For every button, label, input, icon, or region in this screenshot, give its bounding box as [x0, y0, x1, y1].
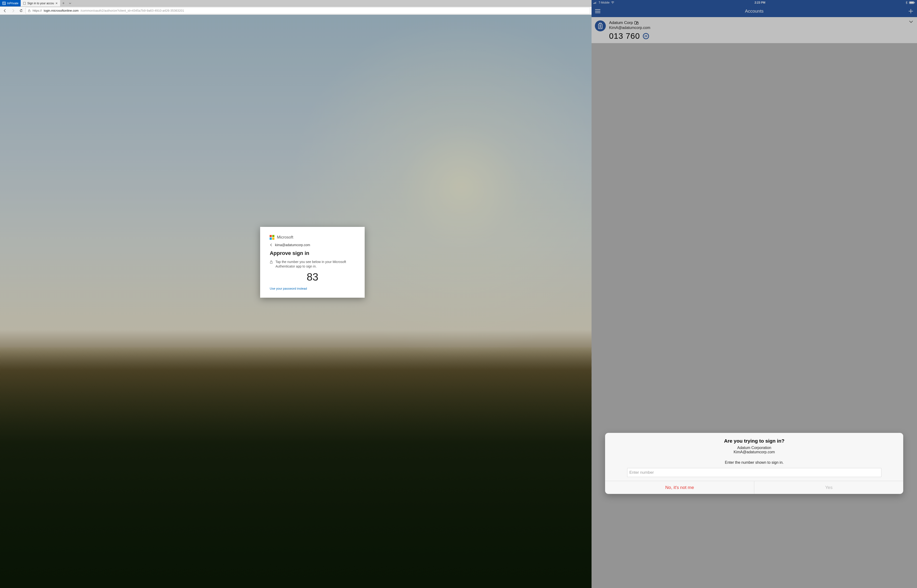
svg-rect-14 — [634, 21, 636, 24]
signal-icon — [593, 2, 597, 4]
signin-alert: Are you trying to sign in? Adatum Corpor… — [605, 433, 903, 494]
desktop-browser-window: InPrivate Sign in to your accou ✕ ＋ h — [0, 0, 591, 588]
alert-org: Adatum Corporation — [610, 446, 898, 450]
brand-name: Microsoft — [277, 235, 293, 240]
account-card[interactable]: Adatum Corp KimA@adatumcorp.com 013 760 … — [591, 17, 917, 43]
padlock-icon — [270, 260, 273, 269]
alert-instruction: Enter the number shown to sign in. — [610, 460, 898, 465]
number-input[interactable] — [627, 468, 881, 477]
account-badge-icon — [595, 21, 606, 31]
alert-title: Are you trying to sign in? — [610, 438, 898, 444]
carrier-label: T-Mobile — [599, 1, 610, 4]
phone-screen: T-Mobile 2:23 PM Accounts — [591, 0, 917, 588]
url-field[interactable]: https://login.microsoftonline.com/common… — [26, 7, 590, 14]
browser-tab[interactable]: Sign in to your accou ✕ — [21, 0, 60, 6]
phone-body — [591, 43, 917, 588]
match-number: 83 — [270, 271, 355, 283]
svg-point-13 — [600, 25, 601, 27]
microsoft-logo-icon — [270, 235, 274, 240]
svg-rect-3 — [270, 262, 273, 263]
account-name: Adatum Corp — [609, 21, 633, 25]
url-path: /common/oauth2/authorize?client_id=4345a… — [81, 9, 184, 12]
svg-rect-1 — [24, 2, 26, 5]
wifi-icon — [611, 2, 614, 4]
svg-rect-10 — [910, 2, 914, 3]
add-account-button[interactable] — [907, 9, 914, 13]
status-bar: T-Mobile 2:23 PM — [591, 0, 917, 5]
clock: 2:23 PM — [754, 1, 765, 4]
use-password-link[interactable]: Use your password instead — [270, 287, 307, 290]
svg-rect-15 — [637, 23, 638, 24]
deny-button[interactable]: No, it's not me — [605, 481, 754, 494]
lock-phone-icon — [634, 21, 639, 25]
account-email: KimA@adatumcorp.com — [609, 26, 914, 30]
otp-timer: 29 — [643, 33, 649, 39]
lock-icon — [28, 9, 31, 12]
refresh-button[interactable] — [18, 7, 25, 14]
svg-rect-4 — [593, 3, 594, 4]
approve-heading: Approve sign in — [270, 250, 355, 256]
tab-strip: InPrivate Sign in to your accou ✕ ＋ — [0, 0, 591, 6]
svg-rect-7 — [596, 2, 596, 4]
identity-row[interactable]: kima@adatumcorp.com — [270, 243, 355, 247]
tab-overflow-button[interactable] — [67, 0, 73, 6]
new-tab-button[interactable]: ＋ — [60, 0, 67, 6]
inprivate-indicator: InPrivate — [0, 0, 21, 6]
close-tab-icon[interactable]: ✕ — [55, 2, 58, 5]
tab-title: Sign in to your accou — [27, 2, 54, 5]
approve-button[interactable]: Yes — [754, 481, 903, 494]
forward-button[interactable] — [10, 7, 17, 14]
app-nav-bar: Accounts — [591, 5, 917, 17]
inprivate-icon — [2, 2, 6, 5]
svg-point-8 — [612, 3, 613, 4]
otp-code: 013 760 — [609, 31, 640, 40]
svg-rect-5 — [594, 3, 595, 4]
back-arrow-icon[interactable] — [270, 243, 273, 247]
svg-rect-6 — [595, 2, 596, 4]
alert-account: KimA@adatumcorp.com — [610, 450, 898, 454]
url-host: login.microsoftonline.com — [44, 9, 79, 12]
signed-in-user: kima@adatumcorp.com — [275, 243, 310, 247]
battery-icon — [909, 1, 915, 4]
menu-button[interactable] — [594, 9, 601, 13]
inprivate-label: InPrivate — [7, 2, 18, 5]
chevron-down-icon[interactable] — [909, 21, 913, 23]
svg-rect-2 — [28, 10, 30, 12]
nav-title: Accounts — [745, 8, 764, 14]
bluetooth-icon — [906, 1, 907, 4]
microsoft-brand: Microsoft — [270, 235, 355, 240]
svg-rect-11 — [914, 2, 915, 3]
signin-card: Microsoft kima@adatumcorp.com Approve si… — [260, 227, 365, 298]
browser-viewport: Microsoft kima@adatumcorp.com Approve si… — [0, 15, 591, 588]
page-icon — [23, 2, 26, 5]
back-button[interactable] — [2, 7, 8, 14]
url-scheme: https:// — [32, 9, 42, 12]
tap-instruction: Tap the number you see below in your Mic… — [275, 260, 355, 269]
background-image — [0, 15, 591, 588]
address-bar-row: https://login.microsoftonline.com/common… — [0, 6, 591, 15]
